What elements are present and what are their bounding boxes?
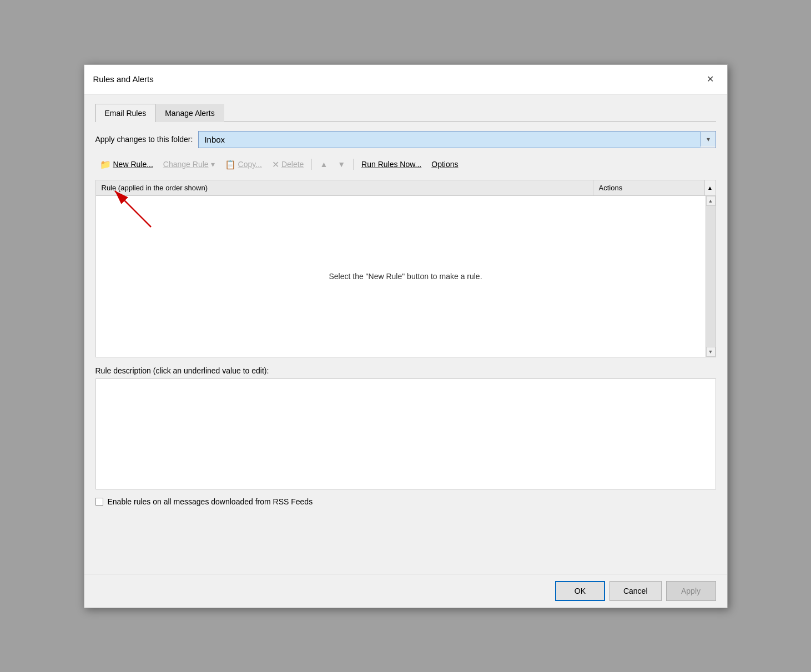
- ok-button[interactable]: OK: [555, 581, 605, 601]
- title-bar: Rules and Alerts ✕: [84, 65, 727, 94]
- folder-select-value: Inbox: [199, 132, 700, 148]
- dialog-body: Email Rules Manage Alerts Apply changes …: [84, 94, 727, 574]
- folder-select-wrapper[interactable]: Inbox ▾: [198, 131, 716, 148]
- dialog-footer: OK Cancel Apply: [84, 574, 727, 608]
- toolbar-separator: [311, 159, 312, 170]
- scroll-up-btn[interactable]: ▲: [704, 180, 716, 195]
- tab-manage-alerts[interactable]: Manage Alerts: [155, 104, 224, 122]
- move-down-button[interactable]: ▼: [333, 158, 350, 171]
- close-button[interactable]: ✕: [703, 72, 718, 87]
- folder-label: Apply changes to this folder:: [95, 135, 193, 144]
- toolbar: 📁 New Rule... Change Rule ▾ 📋 Copy... ✕ …: [95, 155, 716, 174]
- scroll-up-arrow[interactable]: ▲: [706, 196, 716, 206]
- change-rule-label: Change Rule: [163, 160, 209, 169]
- new-rule-button[interactable]: 📁 New Rule...: [95, 157, 158, 172]
- move-up-icon: ▲: [320, 160, 328, 169]
- dialog-title: Rules and Alerts: [93, 74, 154, 84]
- copy-label: Copy...: [238, 160, 262, 169]
- delete-icon: ✕: [272, 159, 279, 170]
- rss-checkbox[interactable]: [95, 498, 103, 506]
- description-section: Rule description (click an underlined va…: [95, 366, 716, 489]
- move-up-button[interactable]: ▲: [315, 158, 332, 171]
- apply-button[interactable]: Apply: [666, 581, 716, 601]
- empty-rules-message: Select the "New Rule" button to make a r…: [329, 272, 482, 281]
- new-rule-label: New Rule...: [113, 160, 153, 169]
- col-actions-header: Actions: [593, 180, 704, 195]
- run-rules-label: Run Rules Now...: [361, 160, 421, 169]
- col-rule-header: Rule (applied in the order shown): [96, 180, 593, 195]
- description-label: Rule description (click an underlined va…: [95, 366, 716, 375]
- rules-scrollbar[interactable]: ▲ ▼: [706, 196, 716, 357]
- options-button[interactable]: Options: [427, 158, 462, 171]
- options-label: Options: [431, 160, 458, 169]
- scroll-track: [706, 206, 716, 347]
- change-rule-button[interactable]: Change Rule ▾: [159, 158, 219, 171]
- rules-table: Rule (applied in the order shown) Action…: [95, 180, 716, 357]
- description-box: [95, 378, 716, 489]
- toolbar-separator-2: [353, 159, 354, 170]
- folder-select-arrow[interactable]: ▾: [701, 132, 716, 146]
- new-rule-icon: 📁: [100, 159, 111, 170]
- copy-icon: 📋: [225, 159, 236, 170]
- delete-button[interactable]: ✕ Delete: [268, 157, 308, 172]
- rss-label: Enable rules on all messages downloaded …: [108, 497, 313, 506]
- change-rule-arrow: ▾: [211, 160, 215, 169]
- delete-label: Delete: [281, 160, 304, 169]
- rules-table-body: Select the "New Rule" button to make a r…: [96, 196, 716, 357]
- rules-and-alerts-dialog: Rules and Alerts ✕ Email Rules Manage Al…: [84, 64, 728, 608]
- copy-button[interactable]: 📋 Copy...: [220, 157, 266, 172]
- folder-row: Apply changes to this folder: Inbox ▾: [95, 131, 716, 148]
- move-down-icon: ▼: [338, 160, 345, 169]
- rss-checkbox-row: Enable rules on all messages downloaded …: [95, 497, 716, 506]
- scroll-down-arrow[interactable]: ▼: [706, 347, 716, 357]
- cancel-button[interactable]: Cancel: [609, 581, 662, 601]
- run-rules-button[interactable]: Run Rules Now...: [357, 158, 426, 171]
- rules-table-header: Rule (applied in the order shown) Action…: [96, 180, 716, 196]
- tab-email-rules[interactable]: Email Rules: [95, 104, 156, 122]
- tab-bar: Email Rules Manage Alerts: [95, 103, 716, 122]
